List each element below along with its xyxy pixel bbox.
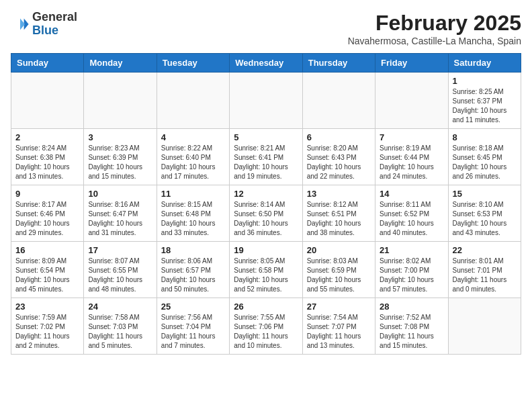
- day-info: Sunrise: 8:11 AM Sunset: 6:52 PM Dayligh…: [380, 200, 443, 238]
- day-info: Sunrise: 7:59 AM Sunset: 7:02 PM Dayligh…: [15, 313, 79, 351]
- calendar-cell: [84, 73, 157, 129]
- day-info: Sunrise: 8:19 AM Sunset: 6:44 PM Dayligh…: [380, 144, 443, 181]
- day-number: 4: [161, 132, 225, 142]
- day-info: Sunrise: 8:06 AM Sunset: 6:57 PM Dayligh…: [161, 257, 225, 294]
- calendar-week-3: 16Sunrise: 8:09 AM Sunset: 6:54 PM Dayli…: [11, 242, 521, 298]
- day-info: Sunrise: 8:14 AM Sunset: 6:50 PM Dayligh…: [234, 200, 298, 238]
- calendar-cell: 19Sunrise: 8:05 AM Sunset: 6:58 PM Dayli…: [230, 242, 302, 298]
- day-number: 28: [380, 302, 443, 312]
- day-number: 14: [380, 189, 443, 199]
- calendar-cell: 23Sunrise: 7:59 AM Sunset: 7:02 PM Dayli…: [11, 298, 84, 355]
- calendar-cell: 10Sunrise: 8:16 AM Sunset: 6:47 PM Dayli…: [84, 185, 157, 242]
- day-number: 3: [88, 132, 152, 142]
- day-number: 16: [15, 245, 79, 255]
- calendar-cell: 21Sunrise: 8:02 AM Sunset: 7:00 PM Dayli…: [375, 242, 448, 298]
- day-info: Sunrise: 8:02 AM Sunset: 7:00 PM Dayligh…: [380, 257, 443, 294]
- calendar-cell: 1Sunrise: 8:25 AM Sunset: 6:37 PM Daylig…: [448, 73, 521, 129]
- day-info: Sunrise: 7:52 AM Sunset: 7:08 PM Dayligh…: [380, 313, 443, 351]
- day-info: Sunrise: 8:09 AM Sunset: 6:54 PM Dayligh…: [15, 257, 79, 294]
- day-number: 27: [307, 302, 371, 312]
- calendar-header-friday: Friday: [375, 54, 448, 73]
- calendar-cell: 22Sunrise: 8:01 AM Sunset: 7:01 PM Dayli…: [448, 242, 521, 298]
- day-number: 5: [234, 132, 298, 142]
- day-info: Sunrise: 8:12 AM Sunset: 6:51 PM Dayligh…: [307, 200, 371, 238]
- day-info: Sunrise: 8:10 AM Sunset: 6:53 PM Dayligh…: [453, 200, 517, 238]
- day-info: Sunrise: 8:01 AM Sunset: 7:01 PM Dayligh…: [453, 257, 517, 294]
- day-number: 25: [161, 302, 225, 312]
- day-number: 10: [88, 189, 152, 199]
- day-info: Sunrise: 8:07 AM Sunset: 6:55 PM Dayligh…: [88, 257, 152, 294]
- day-number: 8: [453, 132, 517, 142]
- calendar-week-4: 23Sunrise: 7:59 AM Sunset: 7:02 PM Dayli…: [11, 298, 521, 355]
- day-info: Sunrise: 7:56 AM Sunset: 7:04 PM Dayligh…: [161, 313, 225, 351]
- logo-text: General Blue: [32, 11, 77, 38]
- day-number: 12: [234, 189, 298, 199]
- day-number: 2: [15, 132, 79, 142]
- day-number: 6: [307, 132, 371, 142]
- calendar-cell: [302, 73, 375, 129]
- calendar-cell: [448, 298, 521, 355]
- day-number: 13: [307, 189, 371, 199]
- day-number: 19: [234, 245, 298, 255]
- calendar-header-thursday: Thursday: [302, 54, 375, 73]
- day-number: 20: [307, 245, 371, 255]
- day-info: Sunrise: 7:58 AM Sunset: 7:03 PM Dayligh…: [88, 313, 152, 351]
- calendar-cell: 18Sunrise: 8:06 AM Sunset: 6:57 PM Dayli…: [157, 242, 229, 298]
- calendar-header-tuesday: Tuesday: [157, 54, 229, 73]
- logo-icon: [11, 15, 30, 34]
- day-number: 1: [453, 76, 517, 86]
- calendar-cell: 2Sunrise: 8:24 AM Sunset: 6:38 PM Daylig…: [11, 129, 84, 185]
- title-block: February 2025 Navahermosa, Castille-La M…: [348, 11, 521, 46]
- day-info: Sunrise: 8:24 AM Sunset: 6:38 PM Dayligh…: [15, 144, 79, 181]
- day-info: Sunrise: 8:18 AM Sunset: 6:45 PM Dayligh…: [453, 144, 517, 181]
- calendar-cell: 4Sunrise: 8:22 AM Sunset: 6:40 PM Daylig…: [157, 129, 229, 185]
- calendar-week-1: 2Sunrise: 8:24 AM Sunset: 6:38 PM Daylig…: [11, 129, 521, 185]
- calendar-cell: 9Sunrise: 8:17 AM Sunset: 6:46 PM Daylig…: [11, 185, 84, 242]
- day-number: 22: [453, 245, 517, 255]
- calendar-cell: 25Sunrise: 7:56 AM Sunset: 7:04 PM Dayli…: [157, 298, 229, 355]
- calendar-header-row: SundayMondayTuesdayWednesdayThursdayFrid…: [11, 54, 521, 73]
- day-number: 7: [380, 132, 443, 142]
- calendar-cell: 11Sunrise: 8:15 AM Sunset: 6:48 PM Dayli…: [157, 185, 229, 242]
- calendar-cell: 16Sunrise: 8:09 AM Sunset: 6:54 PM Dayli…: [11, 242, 84, 298]
- day-number: 11: [161, 189, 225, 199]
- location-subtitle: Navahermosa, Castille-La Mancha, Spain: [348, 36, 521, 46]
- month-title: February 2025: [348, 11, 521, 36]
- calendar-cell: 27Sunrise: 7:54 AM Sunset: 7:07 PM Dayli…: [302, 298, 375, 355]
- page-header: General Blue February 2025 Navahermosa, …: [11, 11, 521, 46]
- day-number: 9: [15, 189, 79, 199]
- day-number: 17: [88, 245, 152, 255]
- calendar-header-monday: Monday: [84, 54, 157, 73]
- calendar-cell: 5Sunrise: 8:21 AM Sunset: 6:41 PM Daylig…: [230, 129, 302, 185]
- day-info: Sunrise: 8:25 AM Sunset: 6:37 PM Dayligh…: [453, 87, 517, 125]
- calendar-cell: 7Sunrise: 8:19 AM Sunset: 6:44 PM Daylig…: [375, 129, 448, 185]
- logo-general: General: [32, 10, 77, 24]
- calendar-cell: 6Sunrise: 8:20 AM Sunset: 6:43 PM Daylig…: [302, 129, 375, 185]
- calendar-cell: 28Sunrise: 7:52 AM Sunset: 7:08 PM Dayli…: [375, 298, 448, 355]
- day-number: 24: [88, 302, 152, 312]
- calendar-cell: 3Sunrise: 8:23 AM Sunset: 6:39 PM Daylig…: [84, 129, 157, 185]
- calendar-cell: 20Sunrise: 8:03 AM Sunset: 6:59 PM Dayli…: [302, 242, 375, 298]
- day-number: 15: [453, 189, 517, 199]
- day-number: 26: [234, 302, 298, 312]
- calendar-cell: [230, 73, 302, 129]
- logo: General Blue: [11, 11, 77, 38]
- calendar-cell: 14Sunrise: 8:11 AM Sunset: 6:52 PM Dayli…: [375, 185, 448, 242]
- calendar-cell: 12Sunrise: 8:14 AM Sunset: 6:50 PM Dayli…: [230, 185, 302, 242]
- day-info: Sunrise: 8:20 AM Sunset: 6:43 PM Dayligh…: [307, 144, 371, 181]
- calendar-cell: 15Sunrise: 8:10 AM Sunset: 6:53 PM Dayli…: [448, 185, 521, 242]
- logo-blue: Blue: [32, 24, 58, 37]
- day-info: Sunrise: 8:16 AM Sunset: 6:47 PM Dayligh…: [88, 200, 152, 238]
- calendar-cell: 17Sunrise: 8:07 AM Sunset: 6:55 PM Dayli…: [84, 242, 157, 298]
- calendar-cell: 8Sunrise: 8:18 AM Sunset: 6:45 PM Daylig…: [448, 129, 521, 185]
- day-info: Sunrise: 8:03 AM Sunset: 6:59 PM Dayligh…: [307, 257, 371, 294]
- calendar-header-wednesday: Wednesday: [230, 54, 302, 73]
- day-number: 21: [380, 245, 443, 255]
- day-number: 18: [161, 245, 225, 255]
- day-info: Sunrise: 8:21 AM Sunset: 6:41 PM Dayligh…: [234, 144, 298, 181]
- day-number: 23: [15, 302, 79, 312]
- calendar-week-0: 1Sunrise: 8:25 AM Sunset: 6:37 PM Daylig…: [11, 73, 521, 129]
- day-info: Sunrise: 8:15 AM Sunset: 6:48 PM Dayligh…: [161, 200, 225, 238]
- day-info: Sunrise: 8:23 AM Sunset: 6:39 PM Dayligh…: [88, 144, 152, 181]
- calendar-cell: 24Sunrise: 7:58 AM Sunset: 7:03 PM Dayli…: [84, 298, 157, 355]
